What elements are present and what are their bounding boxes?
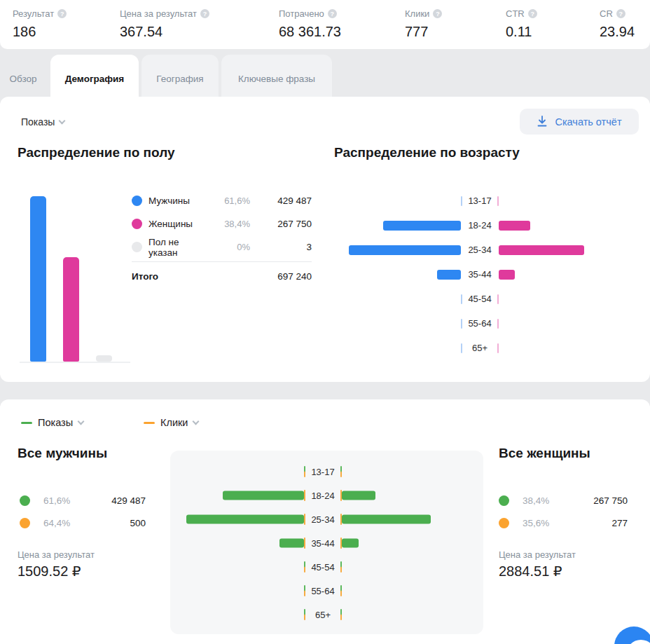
legend-dash <box>144 422 155 424</box>
age-label: 65+ <box>462 343 497 353</box>
age-bar-zone-right <box>342 460 483 484</box>
gender-legend-row: Мужчины61,6%429 487 <box>132 189 312 212</box>
age-bar-zone-left <box>187 555 304 579</box>
gender-total-row: Итого 697 240 <box>132 263 312 289</box>
age-label: 45-54 <box>462 294 497 304</box>
age-bar-right <box>499 270 515 280</box>
stat-label: CR <box>600 8 613 19</box>
female-panel-title: Все женщины <box>499 446 590 461</box>
age-bar-right <box>499 245 584 255</box>
legend-value: 267 750 <box>250 219 312 229</box>
age-chart-row: 13-17 <box>336 189 616 213</box>
age-label: 18-24 <box>462 220 497 231</box>
age-bar-right <box>342 539 359 548</box>
legend-name: Мужчины <box>148 196 208 206</box>
metric-dot <box>20 495 30 506</box>
legend-divider <box>132 261 312 262</box>
gender-legend-row: Женщины38,4%267 750 <box>132 212 312 235</box>
metric-value: 277 <box>549 518 628 528</box>
download-report-label: Скачать отчёт <box>555 116 621 128</box>
age-bar-zone-right <box>499 262 616 287</box>
age-bar-zone-left <box>336 262 461 287</box>
metric-dropdown[interactable]: Показы <box>21 116 64 128</box>
stat-label-row: Потрачено? <box>279 8 341 19</box>
age-bar-left <box>349 245 461 255</box>
stat-value: 367.54 <box>120 24 209 40</box>
stat-value: 0.11 <box>506 24 537 40</box>
legend-impressions-dropdown[interactable]: Показы <box>21 417 83 428</box>
comparison-panel: ПоказыКлики Все мужчины Все женщины 61,6… <box>0 399 650 644</box>
age-bar-zone-right <box>499 213 616 238</box>
age-bar-zone-left <box>336 311 461 336</box>
stat-column: Цена за результат?367.54 <box>120 8 209 40</box>
legend-clicks-dropdown[interactable]: Клики <box>144 417 198 428</box>
stat-value: 777 <box>405 24 442 40</box>
download-report-button[interactable]: Скачать отчёт <box>520 109 639 135</box>
help-icon[interactable]: ? <box>200 9 209 18</box>
legend-dot <box>132 219 142 229</box>
age-bar-zone-left <box>336 336 461 360</box>
age-chart-row: 45-54 <box>170 555 483 579</box>
legend-dash <box>21 422 32 424</box>
stat-label: Цена за результат <box>120 8 197 19</box>
age-chart-row: 65+ <box>336 336 616 360</box>
age-bar-right <box>499 221 530 231</box>
age-chart-row: 18-24 <box>336 213 616 238</box>
tab-demographics[interactable]: Демография <box>50 55 139 98</box>
male-cpr-label: Цена за результат <box>18 549 95 560</box>
legend-label: Клики <box>160 417 188 428</box>
legend-dot <box>132 196 142 206</box>
gender-bar-1 <box>63 257 79 362</box>
metric-row: 38,4%267 750 <box>499 489 628 512</box>
tab-keywords[interactable]: Ключевые фразы <box>221 55 332 98</box>
age-label: 45-54 <box>305 562 340 573</box>
metric-percent: 38,4% <box>523 495 549 506</box>
help-icon[interactable]: ? <box>616 9 625 18</box>
gender-bar-0 <box>30 196 46 362</box>
metric-dropdown-label: Показы <box>21 116 55 128</box>
demography-panel: Показы Скачать отчёт Распределение по по… <box>0 97 650 382</box>
age-chart-row: 35-44 <box>336 262 616 287</box>
age-bar-zone-right <box>342 507 483 531</box>
age-bar-left <box>186 515 304 524</box>
help-icon[interactable]: ? <box>57 9 67 18</box>
age-bar-right <box>342 515 431 524</box>
stat-label: Результат <box>13 8 54 19</box>
legend-percent: 61,6% <box>208 196 250 206</box>
age-bar-zone-right <box>342 484 483 507</box>
age-bar-zone-left <box>187 484 304 507</box>
tab-geography[interactable]: География <box>141 55 219 98</box>
age-label: 35-44 <box>462 269 497 280</box>
age-bar-zone-left <box>187 460 304 484</box>
gender-chart-baseline <box>20 362 130 363</box>
age-label: 55-64 <box>462 318 497 329</box>
age-label: 18-24 <box>305 491 340 501</box>
female-stats-rows: 38,4%267 75035,6%277 <box>499 489 628 534</box>
stat-label: Потрачено <box>279 8 324 19</box>
age-label: 25-34 <box>305 514 340 525</box>
age-pyramid-chart: 13-1718-2425-3435-4445-5455-6465+ <box>336 189 616 360</box>
stat-column: Результат?186 <box>13 8 67 40</box>
tab-overview[interactable]: Обзор <box>0 55 46 98</box>
metric-value: 267 750 <box>549 495 628 506</box>
age-bar-zone-right <box>499 287 616 311</box>
age-bar-zone-right <box>342 603 483 626</box>
metric-percent: 64,4% <box>43 518 70 528</box>
help-icon[interactable]: ? <box>328 9 337 18</box>
metric-dot <box>499 518 509 528</box>
legend-label: Показы <box>38 417 73 428</box>
age-chart-row: 13-17 <box>170 460 483 484</box>
age-label: 65+ <box>305 610 340 620</box>
age-chart-row: 25-34 <box>336 238 616 262</box>
help-icon[interactable]: ? <box>433 9 442 18</box>
age-comparison-card: 13-1718-2425-3435-4445-5455-6465+ <box>170 451 483 634</box>
gender-total-label: Итого <box>132 271 277 282</box>
age-bar-zone-right <box>499 311 616 336</box>
age-chart-row: 35-44 <box>170 531 483 555</box>
metric-row: 35,6%277 <box>499 512 628 534</box>
age-chart-row: 65+ <box>170 603 483 626</box>
metric-percent: 61,6% <box>43 495 70 506</box>
age-bar-zone-left <box>336 213 461 238</box>
age-label: 13-17 <box>305 467 340 477</box>
help-icon[interactable]: ? <box>528 9 537 18</box>
